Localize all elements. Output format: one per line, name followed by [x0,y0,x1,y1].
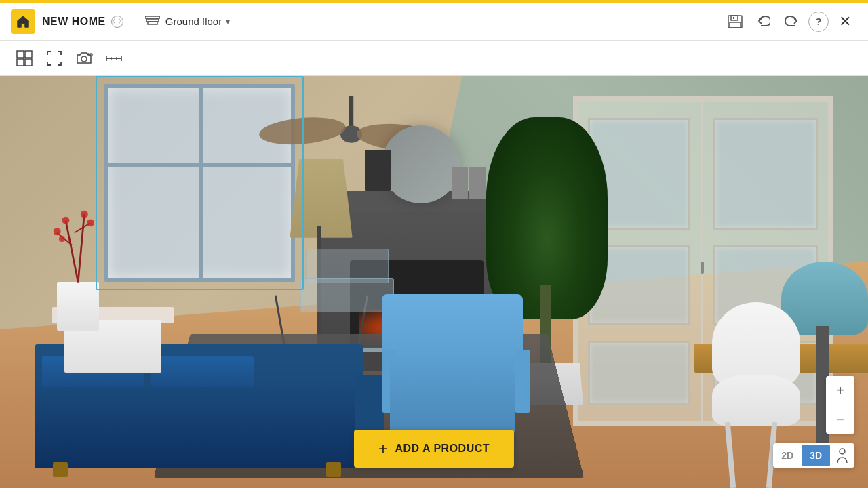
sofa-leg [326,462,341,477]
armchair-body [390,357,515,434]
grid-tool-button[interactable] [11,45,38,72]
undo-button[interactable] [751,9,776,34]
svg-point-29 [54,228,61,235]
zoom-out-button[interactable]: − [826,405,854,434]
svg-point-14 [81,56,87,62]
svg-point-33 [59,236,65,242]
header-actions: ? ✕ [723,9,857,34]
view-3d-button[interactable]: 3D [802,445,830,466]
mantel-vase [365,150,391,191]
header: NEW HOME ⓘ Ground floor ▾ [0,3,868,41]
view-toggle: 2D 3D [773,443,854,468]
add-product-label: ADD A PRODUCT [395,443,490,455]
white-chair-back [712,302,801,385]
svg-point-32 [81,210,88,218]
floor-name: Ground floor [165,16,222,27]
floor-selector[interactable]: Ground floor ▾ [140,12,235,31]
app-logo[interactable] [11,9,35,34]
add-product-plus-icon: + [378,441,389,457]
mantel-candles [452,167,486,200]
svg-text:3D: 3D [87,52,93,57]
svg-rect-4 [728,16,742,28]
svg-rect-6 [730,22,741,28]
vase-with-branches [43,208,113,331]
redo-button[interactable] [780,9,804,34]
candle [452,167,469,200]
armchair-back [382,294,522,364]
svg-rect-3 [148,22,157,24]
view-2d-button[interactable]: 2D [773,445,802,466]
sofa-body [35,387,363,468]
zoom-controls: + − [826,376,854,434]
wall-circle-decoration [382,125,460,203]
svg-rect-10 [17,59,24,66]
branch-svg [43,208,113,331]
svg-point-23 [258,115,347,148]
svg-point-31 [87,219,94,226]
armchair-arm-right [515,350,530,413]
floor-icon [145,15,160,28]
svg-point-30 [62,216,69,224]
person-view-button[interactable] [830,443,854,468]
measure-tool-button[interactable] [100,45,127,72]
add-product-button[interactable]: + ADD A PRODUCT [354,430,514,468]
svg-line-25 [66,220,78,282]
svg-rect-2 [145,16,160,18]
help-button[interactable]: ? [808,12,829,32]
window-divider-vertical [199,84,203,282]
close-button[interactable]: ✕ [833,9,857,34]
toolbar: 3D [0,41,868,76]
floor-chevron-icon: ▾ [226,17,230,26]
clear-chair-seat [300,278,394,312]
svg-rect-9 [25,51,32,58]
3d-scene[interactable]: + − 2D 3D + ADD A PRODUCT [0,76,868,488]
svg-rect-7 [733,17,734,19]
svg-point-34 [840,449,845,454]
lamp-shade [290,159,353,238]
info-icon[interactable]: ⓘ [111,16,123,28]
white-chair-leg-front [724,422,735,488]
zoom-in-button[interactable]: + [826,376,854,405]
candle [469,167,486,200]
fullscreen-tool-button[interactable] [41,45,68,72]
white-chair-seat [712,375,801,426]
svg-rect-11 [25,59,32,66]
camera-3d-tool-button[interactable]: 3D [71,45,98,72]
svg-line-26 [78,214,84,282]
project-name: NEW HOME [42,16,106,28]
sofa-leg [53,462,68,477]
door-handle [701,262,704,274]
svg-rect-8 [17,51,24,58]
save-button[interactable] [723,9,747,34]
door-glass-panel [713,118,818,230]
